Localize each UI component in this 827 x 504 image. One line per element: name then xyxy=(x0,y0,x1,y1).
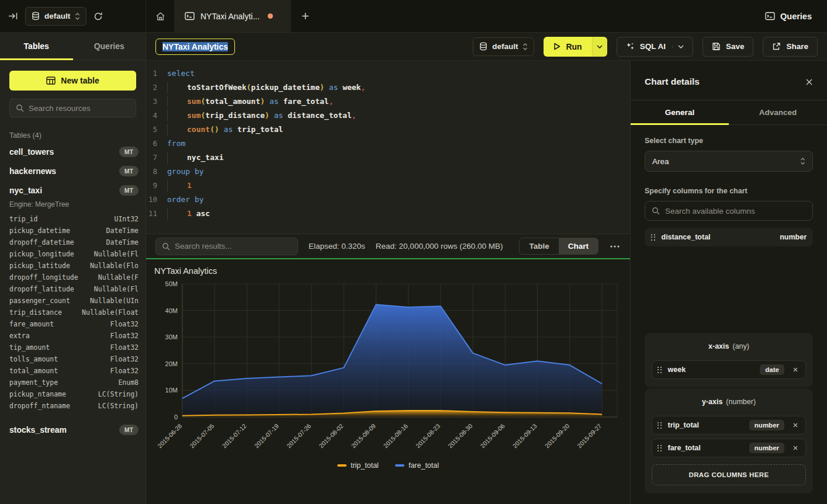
query-title-value: NYTaxi Analytics xyxy=(162,42,228,51)
svg-text:0: 0 xyxy=(174,413,178,420)
sql-line: 10order by xyxy=(146,193,630,207)
svg-text:2015-07-19: 2015-07-19 xyxy=(253,422,281,450)
panel-header: Chart details xyxy=(631,61,827,100)
more-options-icon[interactable] xyxy=(609,245,621,248)
column-row: dropoff_ntanameLC(String) xyxy=(9,400,139,412)
chart-title: NYTaxi Analytics xyxy=(154,266,622,276)
sql-line: 1select xyxy=(146,67,630,81)
sidebar-tab-queries[interactable]: Queries xyxy=(73,33,146,60)
panel-content: Select chart type Area Specify columns f… xyxy=(631,125,827,504)
column-list: trip_idUInt32pickup_datetimeDateTimedrop… xyxy=(9,213,139,412)
drag-handle-icon xyxy=(658,367,662,373)
panel-tab-general[interactable]: General xyxy=(631,100,729,124)
panel-title: Chart details xyxy=(645,77,700,87)
axis-column-row[interactable]: weekdate xyxy=(652,360,806,379)
database-icon xyxy=(479,42,487,51)
table-row[interactable]: hackernewsMT xyxy=(9,161,139,180)
chevron-updown-icon xyxy=(75,12,80,20)
legend-item-trip_total: trip_total xyxy=(337,461,379,470)
type-badge: number xyxy=(749,443,784,453)
share-button[interactable]: Share xyxy=(763,37,818,57)
sql-line: 91 xyxy=(146,179,630,193)
share-icon xyxy=(772,42,781,51)
svg-text:2015-09-20: 2015-09-20 xyxy=(544,422,571,450)
type-badge: number xyxy=(749,420,784,430)
database-selector[interactable]: default xyxy=(25,7,86,26)
unsaved-changes-dot xyxy=(268,13,273,19)
sql-editor[interactable]: 1select2toStartOfWeek(pickup_datetime) a… xyxy=(146,61,630,234)
results-search xyxy=(155,238,298,255)
axis-section-xaxis: x-axis(any)weekdate xyxy=(645,333,813,387)
engine-badge: MT xyxy=(119,147,139,157)
query-database-selector[interactable]: default xyxy=(473,37,534,56)
table-row[interactable]: nyc_taxiMT xyxy=(9,180,139,200)
svg-text:2015-09-06: 2015-09-06 xyxy=(479,422,506,450)
elapsed-time: Elapsed: 0.320s xyxy=(309,242,365,251)
line-number: 6 xyxy=(146,137,167,151)
axis-hint: (number) xyxy=(726,398,756,406)
chart-details-panel: Chart details GeneralAdvanced Select cha… xyxy=(630,61,827,504)
search-icon xyxy=(652,207,660,215)
save-button[interactable]: Save xyxy=(703,37,754,57)
run-button[interactable]: Run xyxy=(544,37,591,57)
svg-text:2015-07-12: 2015-07-12 xyxy=(220,422,248,450)
axis-column-row[interactable]: fare_totalnumber xyxy=(652,439,806,457)
view-toggle-table[interactable]: Table xyxy=(520,238,558,254)
axis-configuration: x-axis(any)weekdatey-axis(number)trip_to… xyxy=(645,333,813,493)
chevron-updown-icon xyxy=(800,157,805,165)
sql-line: 8group by xyxy=(146,165,630,179)
table-row[interactable]: stocks_streamMT xyxy=(9,420,139,439)
save-label: Save xyxy=(726,42,745,51)
new-tab-button[interactable] xyxy=(291,0,319,32)
specify-columns-label: Specify columns for the chart xyxy=(645,187,813,195)
column-search-input[interactable] xyxy=(665,207,806,215)
run-options-button[interactable] xyxy=(592,37,607,57)
line-number: 9 xyxy=(146,179,167,193)
remove-column-button[interactable] xyxy=(791,445,800,451)
column-row: tip_amountFloat32 xyxy=(9,342,139,353)
remove-column-button[interactable] xyxy=(791,422,800,428)
sql-ai-options-button[interactable] xyxy=(672,45,684,48)
query-title-input[interactable]: NYTaxi Analytics xyxy=(155,39,235,55)
refresh-icon[interactable] xyxy=(94,12,103,21)
svg-text:2015-07-05: 2015-07-05 xyxy=(188,422,216,450)
column-row: pickup_datetimeDateTime xyxy=(9,225,139,237)
sql-ai-button[interactable]: SQL AI xyxy=(617,37,693,57)
line-number: 11 xyxy=(146,207,167,221)
remove-column-button[interactable] xyxy=(791,367,800,373)
drag-columns-dropzone[interactable]: DRAG COLUMNS HERE xyxy=(652,464,806,485)
indent-guide xyxy=(167,152,168,164)
indent-guide xyxy=(167,180,168,192)
svg-text:2015-08-23: 2015-08-23 xyxy=(414,422,442,450)
query-tab[interactable]: NYTaxi Analyti... xyxy=(174,0,291,32)
svg-text:2015-08-30: 2015-08-30 xyxy=(447,422,474,450)
sidebar-tab-tables[interactable]: Tables xyxy=(0,33,73,60)
indent-guide xyxy=(167,96,168,107)
line-number: 5 xyxy=(146,123,167,137)
collapse-sidebar-icon[interactable] xyxy=(8,12,18,20)
queries-shortcut[interactable]: Queries xyxy=(750,0,827,32)
panel-tab-advanced[interactable]: Advanced xyxy=(729,100,827,124)
home-tab[interactable] xyxy=(146,0,174,32)
line-number: 4 xyxy=(146,109,167,123)
tables-list: cell_towersMThackernewsMTnyc_taxiMTEngin… xyxy=(0,142,146,439)
view-toggle-chart[interactable]: Chart xyxy=(559,238,598,254)
sidebar-tabs: TablesQueries xyxy=(0,33,146,60)
available-column-row[interactable]: distance_totalnumber xyxy=(645,228,813,246)
table-row[interactable]: cell_towersMT xyxy=(9,142,139,161)
svg-text:2015-06-28: 2015-06-28 xyxy=(156,422,184,450)
legend-item-fare_total: fare_total xyxy=(395,461,439,470)
new-table-button[interactable]: New table xyxy=(9,71,136,91)
close-icon[interactable] xyxy=(805,78,813,86)
column-row: trip_idUInt32 xyxy=(9,213,139,225)
results-search-input[interactable] xyxy=(175,242,292,251)
axis-title: x-axis xyxy=(708,342,729,350)
top-bar: default NYTaxi Analyti... Queries xyxy=(0,0,827,33)
chart-type-select[interactable]: Area xyxy=(645,151,813,172)
axis-section-yaxis: y-axis(number)trip_totalnumberfare_total… xyxy=(645,388,813,493)
axis-column-row[interactable]: trip_totalnumber xyxy=(652,416,806,435)
column-row: pickup_longitudeNullable(Fl xyxy=(9,248,139,260)
line-number: 7 xyxy=(146,151,167,165)
workspace: NYTaxi Analytics default Run xyxy=(146,33,827,504)
resource-search-input[interactable] xyxy=(29,104,130,113)
